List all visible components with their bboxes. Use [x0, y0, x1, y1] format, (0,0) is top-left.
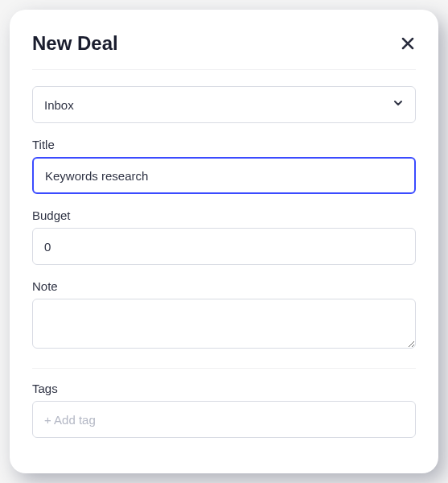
pipeline-selected-value: Inbox [44, 98, 74, 112]
title-label: Title [32, 138, 416, 151]
title-field-group: Title [32, 138, 416, 194]
budget-label: Budget [32, 208, 416, 222]
tags-input[interactable] [32, 401, 416, 438]
note-field-group: Note [32, 279, 416, 352]
new-deal-modal: New Deal Inbox Title Budget Note [10, 10, 438, 473]
note-label: Note [32, 279, 416, 293]
budget-input[interactable] [32, 228, 416, 265]
divider [32, 368, 416, 369]
pipeline-select-group: Inbox [32, 86, 416, 123]
close-icon[interactable] [400, 35, 416, 52]
budget-field-group: Budget [32, 208, 416, 265]
modal-header: New Deal [32, 32, 416, 70]
note-input[interactable] [32, 299, 416, 349]
tags-field-group: Tags [32, 382, 416, 438]
modal-title: New Deal [32, 32, 118, 55]
pipeline-select[interactable]: Inbox [32, 86, 416, 123]
tags-label: Tags [32, 382, 416, 395]
title-input[interactable] [32, 157, 416, 194]
